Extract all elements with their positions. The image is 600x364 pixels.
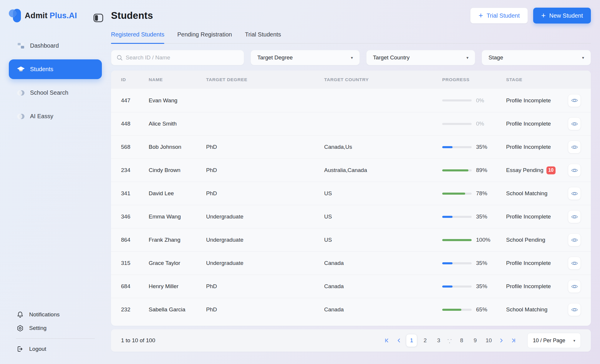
view-student-button[interactable]: [568, 94, 581, 107]
view-student-button[interactable]: [568, 210, 581, 223]
gear-icon: [16, 324, 24, 332]
cell-progress: 35%: [442, 144, 506, 150]
cell-target-country: US: [324, 237, 442, 243]
brand-name: Admit Plus.AI: [25, 11, 77, 20]
sidebar-item-setting[interactable]: Setting: [9, 321, 102, 335]
graduation-cap-icon: [17, 66, 25, 73]
view-student-button[interactable]: [568, 117, 581, 130]
page-title: Students: [111, 10, 153, 21]
eye-icon: [571, 307, 578, 312]
pagination-controls: 1 2 3 ··· 8 9 10 10 / Per P: [382, 333, 581, 348]
cell-progress: 35%: [442, 213, 506, 220]
sidebar-footer-label: Notifications: [29, 311, 60, 318]
view-student-button[interactable]: [568, 233, 581, 246]
column-header-stage: STAGE: [506, 77, 558, 82]
sidebar-item-students[interactable]: Students: [9, 59, 102, 79]
cell-stage: Profile Incomplete: [506, 144, 558, 150]
target-degree-label: Target Degree: [257, 54, 293, 61]
new-student-button[interactable]: + New Student: [533, 8, 591, 24]
sidebar-item-dashboard[interactable]: Dashboard: [9, 36, 102, 56]
table-body: 447Evan Wang0%Profile Incomplete448Alice…: [111, 89, 591, 321]
cell-target-degree: PhD: [206, 167, 324, 173]
tab-registered-students[interactable]: Registered Students: [111, 31, 164, 43]
cell-target-degree: PhD: [206, 144, 324, 150]
column-header-name: NAME: [149, 77, 206, 82]
sidebar-item-label: School Search: [30, 89, 68, 96]
stage-text: Profile Incomplete: [506, 121, 551, 127]
sidebar-nav: Dashboard Students Sch: [9, 36, 102, 126]
progress-bar: [442, 262, 472, 264]
tab-trial-students[interactable]: Trial Students: [245, 31, 281, 43]
target-country-select[interactable]: Target Country ▾: [366, 50, 475, 65]
table-row: 568Bob JohnsonPhDCanada,Us35%Profile Inc…: [111, 135, 591, 158]
next-page-icon[interactable]: [497, 335, 506, 346]
table-row: 864Frank ZhangUndergraduateUS100%School …: [111, 228, 591, 251]
cell-progress: 35%: [442, 283, 506, 290]
cell-target-country: US: [324, 190, 442, 197]
cell-target-country: Canada: [324, 283, 442, 290]
view-student-button[interactable]: [568, 257, 581, 270]
cell-name: Henry Miller: [149, 283, 206, 290]
cell-progress: 89%: [442, 167, 506, 173]
cell-stage: School Matching: [506, 306, 558, 313]
eye-icon: [571, 98, 578, 103]
progress-percent: 78%: [476, 190, 487, 197]
overlapping-circles-icon: [17, 113, 25, 120]
stage-label: Stage: [488, 54, 503, 61]
view-student-button[interactable]: [568, 164, 581, 177]
sidebar-item-school-search[interactable]: School Search: [9, 83, 102, 103]
plus-icon: +: [478, 11, 483, 19]
page-button[interactable]: 3: [433, 334, 444, 347]
sidebar-item-logout[interactable]: Logout: [9, 342, 102, 356]
view-student-button[interactable]: [568, 303, 581, 316]
sidebar: Admit Plus.AI Dashboard: [0, 0, 106, 364]
progress-bar: [442, 285, 472, 288]
prev-page-icon[interactable]: [394, 335, 404, 346]
per-page-select[interactable]: 10 / Per Page ▾: [527, 333, 581, 348]
sidebar-item-ai-essay[interactable]: AI Eassy: [9, 106, 102, 126]
cell-progress: 100%: [442, 237, 506, 243]
view-student-button[interactable]: [568, 280, 581, 293]
cell-id: 346: [121, 213, 149, 220]
page-button[interactable]: 1: [406, 334, 417, 347]
cell-id: 447: [121, 97, 149, 104]
cell-progress: 0%: [442, 121, 506, 127]
tab-pending-registration[interactable]: Pending Registration: [177, 31, 232, 43]
main-content: Students + Trial Student + New Student R…: [106, 0, 600, 364]
stage-count-badge: 10: [546, 166, 556, 174]
progress-bar: [442, 193, 472, 195]
cell-name: David Lee: [149, 190, 206, 197]
pagination-summary: 1 to 10 of 100: [121, 337, 155, 344]
stage-select[interactable]: Stage ▾: [482, 50, 591, 65]
cell-target-country: Canada: [324, 306, 442, 313]
search-input[interactable]: [126, 54, 238, 61]
cell-name: Bob Johnson: [149, 144, 206, 150]
chevron-down-icon: ▾: [573, 338, 575, 343]
trial-student-button[interactable]: + Trial Student: [470, 8, 528, 24]
cell-id: 341: [121, 190, 149, 197]
cell-id: 864: [121, 237, 149, 243]
progress-bar: [442, 239, 472, 241]
cell-target-degree: Undergraduate: [206, 260, 324, 266]
sidebar-item-label: Students: [30, 66, 53, 73]
first-page-icon[interactable]: [382, 335, 392, 346]
page-button[interactable]: 10: [483, 334, 494, 347]
target-degree-select[interactable]: Target Degree ▾: [251, 50, 360, 65]
panel-collapse-icon[interactable]: [93, 14, 103, 22]
page-button[interactable]: 8: [456, 334, 467, 347]
progress-percent: 35%: [476, 260, 487, 266]
progress-percent: 0%: [476, 121, 484, 127]
view-student-button[interactable]: [568, 141, 581, 153]
progress-bar: [442, 169, 472, 171]
cell-progress: 0%: [442, 97, 506, 104]
sidebar-item-label: Dashboard: [30, 42, 59, 49]
page-button[interactable]: 2: [420, 334, 431, 347]
search-box[interactable]: [111, 50, 244, 65]
logo-icon: [9, 8, 21, 23]
last-page-icon[interactable]: [508, 335, 518, 346]
page-button[interactable]: 9: [470, 334, 481, 347]
cell-name: Alice Smith: [149, 121, 206, 127]
stage-text: School Pending: [506, 237, 545, 243]
view-student-button[interactable]: [568, 187, 581, 200]
sidebar-item-notifications[interactable]: Notifications: [9, 308, 102, 321]
